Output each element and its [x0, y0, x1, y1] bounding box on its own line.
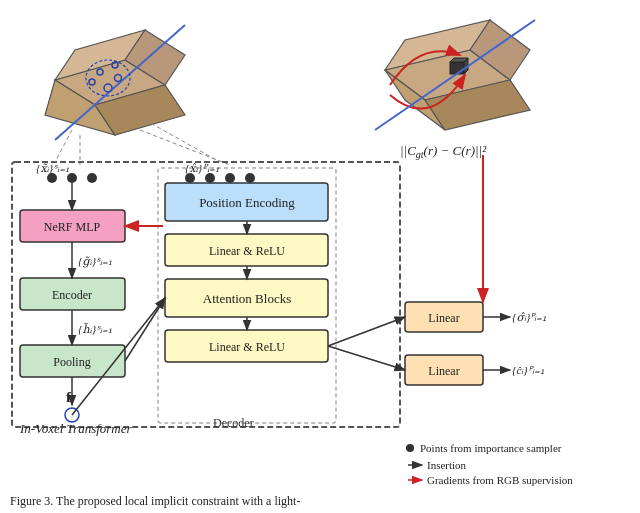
decoder-label: Decoder	[213, 416, 254, 430]
svg-point-38	[67, 173, 77, 183]
formula-text: ||Cgt(r) − C(r)||²	[400, 143, 487, 160]
svg-line-67	[145, 120, 220, 162]
diagram-svg: ||Cgt(r) − C(r)||² Decoder In-Voxel Tran…	[0, 0, 640, 513]
svg-marker-1	[55, 30, 145, 80]
svg-marker-4	[95, 85, 185, 135]
svg-marker-17	[385, 70, 445, 130]
svg-point-10	[112, 62, 118, 68]
svg-point-48	[65, 408, 79, 422]
attention-blocks-label: Attention Blocks	[203, 291, 291, 306]
svg-rect-19	[450, 62, 464, 74]
svg-rect-27	[20, 345, 125, 377]
svg-point-63	[406, 444, 414, 452]
svg-rect-29	[165, 234, 328, 266]
svg-marker-21	[464, 58, 468, 74]
svg-point-39	[87, 173, 97, 183]
svg-rect-25	[20, 210, 125, 242]
svg-line-5	[55, 25, 185, 140]
svg-point-37	[47, 173, 57, 183]
svg-rect-31	[165, 330, 328, 362]
c-hat-label: {ĉᵢ}ᴾᵢ₌₁	[512, 364, 544, 376]
svg-line-56	[328, 317, 405, 346]
svg-line-22	[375, 20, 535, 130]
svg-point-8	[97, 69, 103, 75]
svg-marker-2	[125, 30, 185, 85]
pooling-label: Pooling	[53, 355, 90, 369]
svg-rect-32	[405, 302, 483, 332]
svg-line-62	[72, 298, 165, 415]
f-label: f	[66, 389, 72, 405]
svg-marker-0	[55, 60, 165, 105]
svg-rect-24	[158, 168, 336, 423]
svg-line-57	[328, 346, 405, 370]
svg-marker-20	[450, 58, 468, 62]
sigma-hat-label: {σ̂ᵢ}ᴾᵢ₌₁	[512, 311, 546, 323]
svg-marker-18	[425, 80, 530, 130]
svg-point-9	[89, 79, 95, 85]
svg-rect-26	[20, 278, 125, 310]
left-3d-box	[45, 25, 230, 165]
svg-point-6	[104, 84, 112, 92]
main-container: ||Cgt(r) − C(r)||² Decoder In-Voxel Tran…	[0, 0, 640, 513]
svg-point-7	[115, 75, 122, 82]
ivt-label: In-Voxel Transformer	[19, 421, 133, 436]
svg-point-43	[245, 173, 255, 183]
svg-point-11	[86, 60, 130, 96]
svg-marker-15	[385, 20, 490, 70]
svg-rect-33	[405, 355, 483, 385]
encoder-label: Encoder	[52, 288, 92, 302]
left-input-label: {x̃ᵢ}ˢᵢ₌₁	[36, 162, 69, 174]
h-tilde-label: {h̃ᵢ}ˢᵢ₌₁	[78, 322, 112, 335]
svg-point-41	[205, 173, 215, 183]
svg-marker-3	[45, 80, 115, 135]
g-tilde-label: {g̃ᵢ}ˢᵢ₌₁	[78, 255, 112, 268]
linear-relu-1-label: Linear & ReLU	[209, 244, 285, 258]
legend-dot-label: Points from importance sampler	[420, 442, 562, 454]
linear-2-label: Linear	[428, 364, 459, 378]
svg-rect-23	[12, 162, 400, 427]
legend-black-arrow-label: Insertion	[427, 459, 467, 471]
svg-marker-16	[470, 20, 530, 80]
nerf-mlp-label: NeRF MLP	[44, 220, 101, 234]
position-encoding-label: Position Encoding	[199, 195, 295, 210]
svg-marker-14	[385, 50, 510, 100]
right-3d-box	[375, 20, 535, 130]
svg-point-40	[185, 173, 195, 183]
svg-line-13	[140, 130, 230, 165]
linear-relu-2-label: Linear & ReLU	[209, 340, 285, 354]
svg-line-66	[55, 130, 72, 162]
svg-rect-28	[165, 183, 328, 221]
linear-1-label: Linear	[428, 311, 459, 325]
svg-line-55	[125, 298, 165, 361]
svg-point-42	[225, 173, 235, 183]
figure-caption: Figure 3. The proposed local implicit co…	[10, 494, 300, 508]
legend-red-arrow-label: Gradients from RGB supervision	[427, 474, 573, 486]
svg-rect-30	[165, 279, 328, 317]
mid-input-label: {x̂ᵢ}ᴾᵢ₌₁	[185, 162, 219, 174]
